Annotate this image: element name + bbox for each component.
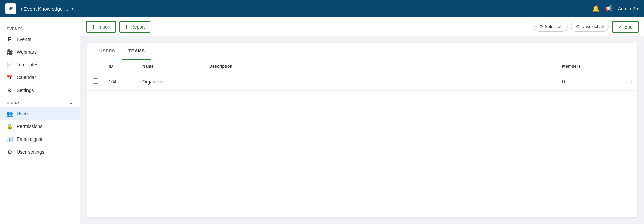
webinars-icon: 🎥 — [7, 49, 13, 55]
sidebar-item-permissions-label: Permissions — [17, 124, 42, 129]
select-all-circle-icon: ⊙ — [539, 24, 543, 29]
col-header-description: Description — [204, 60, 557, 73]
tab-bar: USERS TEAMS — [87, 43, 637, 60]
table-body: 164 Organizer 0 › — [87, 73, 637, 91]
tab-teams[interactable]: TEAMS — [122, 43, 151, 60]
sidebar-item-user-settings-label: User settings — [17, 149, 44, 155]
toolbar: ⬆ Import ⬆ Report ⊙ Select all ⊙ Unselec… — [80, 17, 644, 36]
sidebar-item-templates[interactable]: 📄 Templates — [0, 58, 80, 71]
row-id: 164 — [103, 73, 137, 91]
app-title: InEvent Knowledge ... — [19, 6, 68, 12]
end-check-icon: ✓ — [618, 24, 622, 30]
sidebar-item-settings[interactable]: ⚙ Settings — [0, 84, 80, 97]
col-header-id: ID — [103, 60, 137, 73]
sidebar-item-webinars-label: Webinars — [17, 49, 37, 55]
sidebar-item-settings-label: Settings — [17, 88, 34, 93]
users-icon: 👥 — [7, 111, 13, 117]
sidebar-item-users[interactable]: 👥 Users — [0, 107, 80, 120]
report-button[interactable]: ⬆ Report — [119, 21, 150, 33]
app-title-dropdown-icon[interactable]: ▾ — [72, 6, 74, 11]
table-row: 164 Organizer 0 › — [87, 73, 637, 91]
content-area: ⬆ Import ⬆ Report ⊙ Select all ⊙ Unselec… — [80, 17, 644, 224]
main-panel: USERS TEAMS ID Name Description Membe — [87, 43, 637, 217]
sidebar-item-calendar[interactable]: 📅 Calendar — [0, 71, 80, 84]
logo: iE — [5, 3, 16, 14]
unselect-all-button[interactable]: ⊙ Unselect all — [571, 22, 609, 32]
templates-icon: 📄 — [7, 62, 13, 68]
col-header-members: Members — [557, 60, 624, 73]
table-header: ID Name Description Members — [87, 60, 637, 73]
row-name: Organizer — [137, 73, 204, 91]
import-icon: ⬆ — [91, 24, 95, 30]
sidebar-item-email-digest[interactable]: 📧 Email digest — [0, 133, 80, 146]
col-header-checkbox — [87, 60, 103, 73]
sidebar: EVENTS 🖥 Events 🎥 Webinars 📄 Templates 📅… — [0, 17, 80, 224]
row-description — [204, 73, 557, 91]
teams-table: ID Name Description Members 164 — [87, 60, 637, 91]
user-settings-icon: ⚙ — [7, 149, 13, 155]
sidebar-item-user-settings[interactable]: ⚙ User settings — [0, 146, 80, 158]
events-icon: 🖥 — [7, 36, 13, 42]
users-section-chevron[interactable]: ▲ — [69, 101, 73, 105]
sidebar-item-events-label: Events — [17, 37, 31, 42]
sidebar-item-users-label: Users — [17, 111, 29, 116]
notifications-icon[interactable]: 🔔 — [592, 5, 600, 12]
report-icon: ⬆ — [125, 24, 129, 30]
teams-table-container: ID Name Description Members 164 — [87, 60, 637, 91]
top-navigation: iE InEvent Knowledge ... ▾ 🔔 📢 Admin 2 ▾ — [0, 0, 644, 17]
announcements-icon[interactable]: 📢 — [605, 5, 612, 12]
permissions-icon: 🔒 — [7, 123, 13, 129]
col-header-name: Name — [137, 60, 204, 73]
import-button[interactable]: ⬆ Import — [86, 21, 116, 33]
settings-icon: ⚙ — [7, 87, 13, 93]
tab-users[interactable]: USERS — [93, 43, 122, 60]
sidebar-item-permissions[interactable]: 🔒 Permissions — [0, 120, 80, 133]
select-all-button[interactable]: ⊙ Select all — [534, 22, 568, 32]
toolbar-left: ⬆ Import ⬆ Report — [86, 21, 150, 33]
nav-left: iE InEvent Knowledge ... ▾ — [5, 3, 74, 14]
admin-menu[interactable]: Admin 2 ▾ — [618, 6, 639, 11]
row-checkbox[interactable] — [93, 78, 98, 84]
unselect-all-circle-icon: ⊙ — [576, 24, 580, 29]
email-digest-icon: 📧 — [7, 136, 13, 142]
sidebar-item-events[interactable]: 🖥 Events — [0, 33, 80, 46]
users-section-label: USERS ▲ — [0, 97, 80, 107]
sidebar-item-webinars[interactable]: 🎥 Webinars — [0, 46, 80, 58]
row-members: 0 — [557, 73, 624, 91]
row-chevron-cell[interactable]: › — [624, 73, 637, 91]
main-layout: EVENTS 🖥 Events 🎥 Webinars 📄 Templates 📅… — [0, 17, 644, 224]
sidebar-item-calendar-label: Calendar — [17, 75, 36, 80]
sidebar-item-email-digest-label: Email digest — [17, 136, 42, 142]
nav-right: 🔔 📢 Admin 2 ▾ — [592, 5, 639, 12]
toolbar-right: ⊙ Select all ⊙ Unselect all ✓ End — [534, 21, 639, 33]
sidebar-item-templates-label: Templates — [17, 62, 38, 67]
row-checkbox-cell[interactable] — [87, 73, 103, 91]
calendar-icon: 📅 — [7, 74, 13, 80]
col-header-action — [624, 60, 637, 73]
end-button[interactable]: ✓ End — [612, 21, 639, 33]
events-section-label: EVENTS — [0, 23, 80, 33]
